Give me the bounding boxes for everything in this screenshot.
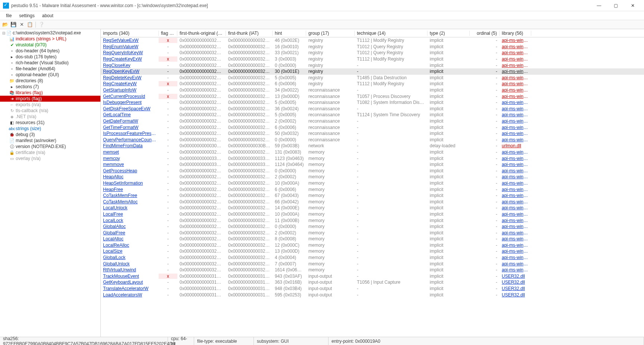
tree-root[interactable]: ⊟ 📄 c:\windows\system32\notepad.exe (0, 30, 100, 36)
tree-item[interactable]: 🐞debug (3) (0, 132, 100, 138)
table-row[interactable]: GetTimeFormatW-0x00000000000328FC0x00000… (101, 124, 644, 130)
table-row[interactable]: RegDeleteKeyExW-0x0000000000032B260x0000… (101, 75, 644, 81)
table-row[interactable]: GlobalUnlock-0x0000000000032AF60x0000000… (101, 261, 644, 267)
cell-group: memory (306, 205, 355, 210)
cell-library: api-ms-win-co... (500, 118, 531, 124)
table-row[interactable]: RegCloseKey-0x0000000000032A7C0x00000000… (101, 62, 644, 68)
table-row[interactable]: LocalFree-0x00000000000328480x0000000000… (101, 211, 644, 218)
table-row[interactable]: TrackMouseEventx0x0000000000031B1A0x0000… (101, 273, 644, 280)
col-type[interactable]: type (2) (427, 31, 470, 36)
menu-about[interactable]: about (38, 12, 57, 19)
cell-type: implicit (427, 87, 470, 93)
table-row[interactable]: GetKeyboardLayout-0x0000000000031C4E0x00… (101, 279, 644, 286)
table-row[interactable]: LocalLock-0x00000000000329460x0000000000… (101, 217, 644, 224)
tree-item[interactable]: 📚libraries (flag) (0, 90, 100, 96)
table-row[interactable]: LocalAlloc-0x00000000000328540x000000000… (101, 236, 644, 242)
table-row[interactable]: GetCurrentProcessIdx0x00000000000325EE0x… (101, 93, 644, 99)
tree-item[interactable]: ◈.NET (n/a) (0, 114, 100, 120)
table-row[interactable]: CoTaskMemAlloc-0x00000000000326BC0x00000… (101, 198, 644, 205)
table-row[interactable]: LocalUnlock-0x000000000003295C0x00000000… (101, 205, 644, 211)
table-row[interactable]: LocalSize-0x0000000000032A9A0x0000000000… (101, 248, 644, 255)
table-row[interactable]: RtlVirtualUnwind-0x0000000000032CD80x000… (101, 267, 644, 273)
copy-icon[interactable]: 📋 (26, 21, 34, 28)
table-row[interactable]: HeapAlloc-0x000000000003258E0x0000000000… (101, 174, 644, 180)
table-row[interactable]: GetStartupInfoW-0x0000000000032AA60x0000… (101, 87, 644, 93)
collapse-icon[interactable]: ⊟ (1, 31, 6, 35)
minimize-button[interactable]: — (591, 0, 607, 11)
col-hint[interactable]: hint (273, 31, 306, 36)
close-button[interactable]: ✕ (624, 0, 641, 11)
table-row[interactable]: CoTaskMemFree-0x000000000003264C0x000000… (101, 192, 644, 199)
cell-import-name: LocalReAlloc (101, 243, 159, 248)
tree-item[interactable]: ⓘversion (NOTEPAD.EXE) (0, 144, 100, 150)
table-row[interactable]: RegQueryInfoKeyW-0x0000000000032B380x000… (101, 50, 644, 56)
col-iat[interactable]: first-thunk (IAT) (226, 31, 273, 36)
tree-item[interactable]: 📊indicators (strings > URL) (0, 36, 100, 42)
col-library[interactable]: library (56) (500, 31, 531, 36)
menu-file[interactable]: file (2, 12, 15, 19)
tree-item[interactable]: ◧resources (31) (0, 120, 100, 126)
table-row[interactable]: LocalReAlloc-0x0000000000032A100x0000000… (101, 242, 644, 249)
tree-item[interactable]: ▭overlay (n/a) (0, 155, 100, 161)
table-row[interactable]: IsDebuggerPresent-0x00000000000326380x00… (101, 99, 644, 106)
cell-group: registry (306, 69, 355, 74)
table-row[interactable]: memcpy-0x00000000000335F40x0000000000033… (101, 155, 644, 161)
help-icon[interactable]: ❔ (38, 21, 45, 28)
tree-item[interactable]: ➜imports (flag) (0, 96, 100, 102)
close-file-icon[interactable]: ✕ (18, 21, 25, 28)
tree-item[interactable]: abcstrings (size) (0, 126, 100, 132)
cell-int: 0x00000000000328DA (177, 112, 226, 117)
col-flag[interactable]: flag (43) (159, 31, 177, 36)
cell-library: USER32.dll (500, 280, 531, 285)
open-file-icon[interactable]: 📂 (1, 21, 9, 28)
tree-item-label: dos-stub (176 bytes) (16, 54, 56, 59)
table-row[interactable]: GetProcessHeap-0x00000000000326040x00000… (101, 167, 644, 174)
table-row[interactable]: RegOpenKeyExW-0x0000000000032A8A0x000000… (101, 68, 644, 75)
tree-item[interactable]: ▸sections (7) (0, 84, 100, 90)
tree-item[interactable]: ▫file-header (Amd64) (0, 66, 100, 72)
col-imports[interactable]: imports (340) (101, 31, 159, 36)
table-row[interactable]: GetDiskFreeSpaceExW-0x0000000000032B740x… (101, 106, 644, 112)
table-row[interactable]: RegCreateKeyWx0x0000000000032A6C0x000000… (101, 81, 644, 87)
table-row[interactable]: QueryPerformanceCounter-0x0000000000032D… (101, 137, 644, 143)
table-row[interactable]: HeapSetInformation-0x000000000003280E0x0… (101, 180, 644, 187)
table-row[interactable]: GetDateFormatW-0x00000000000328EA0x00000… (101, 118, 644, 124)
table-row[interactable]: HeapFree-0x000000000003239A0x00000000000… (101, 186, 644, 192)
table-row[interactable]: TranslateAcceleratorW-0x0000000000031C8E… (101, 286, 644, 292)
tree-item[interactable]: ←exports (n/a) (0, 102, 100, 108)
tree-item[interactable]: 📁directories (8) (0, 78, 100, 84)
tree-item[interactable]: ▸dos-stub (176 bytes) (0, 54, 100, 60)
cell-iat: 0x0000000000032946 (226, 218, 273, 223)
col-technique[interactable]: technique (14) (355, 31, 427, 36)
table-row[interactable]: memmove-0x00000000000335FE0x000000000003… (101, 161, 644, 168)
maximize-button[interactable]: ▢ (607, 0, 624, 11)
cell-hint: 943 (0x03AF) (273, 274, 306, 279)
table-row[interactable]: GlobalFree-0x00000000000327520x000000000… (101, 230, 644, 236)
table-row[interactable]: GlobalAlloc-0x0000000000032B060x00000000… (101, 224, 644, 230)
table-row[interactable]: RegSetValueExWx0x0000000000032A460x00000… (101, 37, 644, 44)
col-ordinal[interactable]: ordinal (5) (470, 31, 500, 36)
save-icon[interactable]: 💾 (10, 21, 17, 28)
table-row[interactable]: FindMimeFromData-0x0000000000030B07F20x0… (101, 143, 644, 149)
table-row[interactable]: memset-0x000000000003232C0x0000000000032… (101, 149, 644, 155)
tree-panel[interactable]: ⊟ 📄 c:\windows\system32\notepad.exe 📊ind… (0, 29, 101, 337)
tree-item[interactable]: ↻tls-callback (n/a) (0, 108, 100, 114)
table-row[interactable]: GlobalLock-0x0000000000032AE80x000000000… (101, 255, 644, 261)
table-row[interactable]: RegEnumValueW-0x0000000000032B4C0x000000… (101, 44, 644, 50)
tree-item[interactable]: ▫optional-header (GUI) (0, 72, 100, 78)
menu-settings[interactable]: settings (15, 12, 38, 19)
tree-item[interactable]: ▫rich-header (Visual Studio) (0, 60, 100, 66)
col-int[interactable]: first-thunk-original (INT) (177, 31, 226, 36)
tree-item[interactable]: ▫dos-header (64 bytes) (0, 48, 100, 54)
table-row[interactable]: LoadAcceleratorsW-0x0000000000031E1E0x00… (101, 292, 644, 298)
table-row[interactable]: IsProcessorFeaturePresent-0x000000000003… (101, 130, 644, 137)
tree-item[interactable]: ✔virustotal (0/70) (0, 42, 100, 48)
tree-item[interactable]: 📄manifest (asInvoker) (0, 138, 100, 144)
table-row[interactable]: RegCreateKeyExWx0x0000000000032B140x0000… (101, 56, 644, 62)
grid-body[interactable]: RegSetValueExWx0x0000000000032A460x00000… (101, 37, 644, 337)
tree-item[interactable]: 🔒certificate (n/a) (0, 150, 100, 155)
cell-group: reconnaissance (306, 125, 355, 130)
cell-type: implicit (427, 212, 470, 217)
col-group[interactable]: group (17) (306, 31, 355, 36)
table-row[interactable]: GetLocalTime-0x00000000000328DA0x0000000… (101, 112, 644, 118)
